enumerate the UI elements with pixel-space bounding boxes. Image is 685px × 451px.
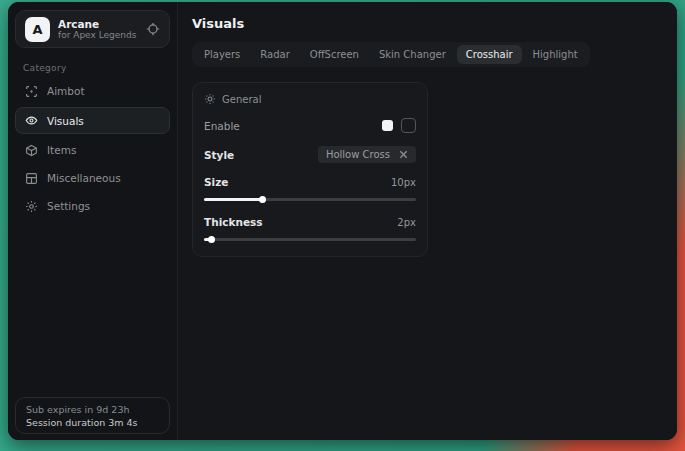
sun-general-icon (204, 93, 216, 105)
tab-crosshair[interactable]: Crosshair (457, 45, 522, 64)
thickness-label: Thickness (204, 216, 263, 228)
sidebar-item-label: Aimbot (47, 85, 85, 97)
category-label: Category (23, 63, 177, 73)
close-icon[interactable] (399, 150, 408, 159)
general-settings-card: General Enable Style Hollow Cross (192, 82, 428, 257)
app-name: Arcane (58, 18, 138, 30)
enable-checkbox[interactable] (382, 120, 393, 131)
size-slider[interactable] (204, 196, 416, 203)
style-row: Style Hollow Cross (204, 146, 416, 163)
enable-keybind-box[interactable] (401, 118, 416, 133)
gear-icon (25, 200, 38, 213)
sidebar-item-label: Miscellaneous (47, 172, 121, 184)
scan-target-icon (25, 85, 38, 98)
enable-row: Enable (204, 118, 416, 133)
app-logo: A (25, 17, 50, 42)
size-label: Size (204, 176, 228, 188)
sidebar-item-settings[interactable]: Settings (15, 194, 170, 218)
thickness-row: Thickness 2px (204, 216, 416, 228)
app-logo-letter: A (32, 22, 42, 37)
tab-players[interactable]: Players (195, 45, 249, 64)
size-row: Size 10px (204, 176, 416, 188)
visuals-tabbar: Players Radar OffScreen Skin Changer Cro… (192, 42, 590, 67)
sidebar: A Arcane for Apex Legends Category (8, 2, 178, 440)
tab-highlight[interactable]: Highlight (524, 45, 587, 64)
sidebar-item-visuals[interactable]: Visuals (15, 107, 170, 134)
sidebar-item-label: Settings (47, 200, 90, 212)
style-value: Hollow Cross (326, 149, 390, 160)
app-window: A Arcane for Apex Legends Category (8, 2, 677, 440)
package-icon (25, 144, 38, 157)
slider-thumb[interactable] (208, 236, 215, 243)
thickness-slider[interactable] (204, 236, 416, 243)
sidebar-item-label: Items (47, 144, 76, 156)
slider-track (204, 238, 416, 241)
sidebar-item-miscellaneous[interactable]: Miscellaneous (15, 166, 170, 190)
tab-skin-changer[interactable]: Skin Changer (370, 45, 455, 64)
thickness-value: 2px (397, 217, 416, 228)
app-header-card: A Arcane for Apex Legends (15, 10, 170, 48)
sidebar-item-items[interactable]: Items (15, 138, 170, 162)
size-value: 10px (391, 177, 416, 188)
crosshair-target-icon[interactable] (146, 22, 160, 36)
slider-thumb[interactable] (259, 196, 266, 203)
sidebar-nav: Aimbot Visuals Items (8, 79, 177, 218)
sidebar-item-aimbot[interactable]: Aimbot (15, 79, 170, 103)
style-label: Style (204, 149, 234, 161)
sidebar-item-label: Visuals (47, 115, 84, 127)
page-title: Visuals (192, 16, 663, 31)
slider-fill (204, 198, 263, 201)
tab-offscreen[interactable]: OffScreen (301, 45, 368, 64)
card-title: General (222, 94, 261, 105)
app-subtitle: for Apex Legends (58, 30, 138, 40)
slider-fill (204, 238, 212, 241)
enable-label: Enable (204, 120, 240, 132)
tab-radar[interactable]: Radar (251, 45, 298, 64)
grid-layout-icon (25, 172, 38, 185)
subscription-info-box: Sub expires in 9d 23h Session duration 3… (15, 397, 170, 434)
style-select[interactable]: Hollow Cross (318, 146, 416, 163)
session-duration-text: Session duration 3m 4s (26, 417, 159, 428)
sub-expires-text: Sub expires in 9d 23h (26, 404, 159, 415)
main-content: Visuals Players Radar OffScreen Skin Cha… (178, 2, 677, 440)
eye-visuals-icon (25, 114, 38, 127)
